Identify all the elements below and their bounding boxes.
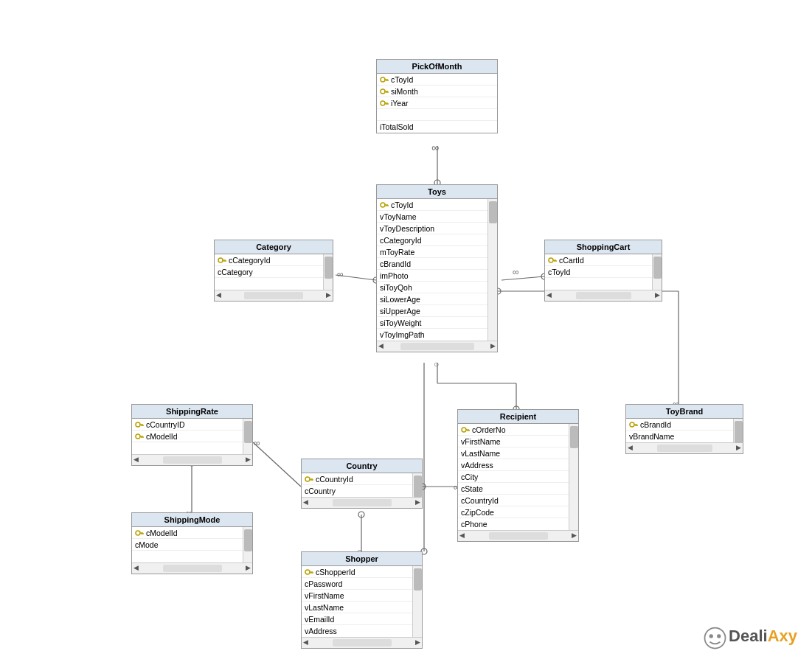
svg-point-83: [705, 628, 726, 649]
scroll-right-btn[interactable]: ▶: [415, 638, 420, 647]
scroll-right-btn[interactable]: ▶: [246, 456, 251, 464]
scroll-bar[interactable]: [569, 424, 578, 530]
scroll-left-btn[interactable]: ◀: [216, 291, 221, 300]
scroll-bar[interactable]: [487, 199, 497, 341]
scroll-bar-thumb[interactable]: [244, 529, 252, 551]
svg-text:∞: ∞: [431, 142, 439, 153]
scroll-bar-thumb[interactable]: [325, 257, 333, 279]
scroll-left-btn[interactable]: ◀: [133, 456, 139, 464]
scroll-arrows: ◀ ▶: [302, 637, 422, 648]
field-name: siUpperAge: [380, 307, 420, 316]
table-shippingmode: ShippingMode cModelId cMode: [131, 512, 253, 574]
table-header-country: Country: [302, 459, 422, 473]
table-row: vLastName: [458, 447, 569, 459]
table-row: vFirstName: [458, 436, 569, 447]
scroll-bar[interactable]: [243, 419, 252, 454]
scroll-right-btn[interactable]: ▶: [246, 564, 251, 573]
table-row: cCategoryId: [377, 234, 487, 246]
scroll-arrows: ◀ ▶: [215, 290, 333, 301]
svg-point-63: [462, 428, 466, 432]
table-row: iYear: [377, 97, 497, 109]
scroll-right-btn[interactable]: ▶: [736, 444, 741, 453]
scroll-left-btn[interactable]: ◀: [378, 342, 384, 351]
table-pickofmonth: PickOfMonth cToyId siMonth: [376, 59, 498, 133]
key-icon: [548, 256, 557, 265]
scroll-bar[interactable]: [652, 254, 662, 290]
key-icon: [380, 99, 389, 108]
key-icon: [305, 475, 313, 484]
table-row: siToyQoh: [377, 282, 487, 293]
key-icon: [380, 87, 389, 96]
scroll-right-btn[interactable]: ▶: [415, 498, 420, 507]
table-row: cCategoryId: [215, 254, 323, 266]
table-header-shopper: Shopper: [302, 552, 422, 566]
key-icon: [380, 75, 389, 84]
scroll-arrows: ◀ ▶: [626, 442, 743, 453]
field-name: cCity: [461, 473, 478, 481]
scroll-left-btn[interactable]: ◀: [459, 532, 465, 540]
field-name: vToyName: [380, 212, 417, 221]
table-row: [215, 278, 323, 290]
table-row: cCity: [458, 471, 569, 483]
table-row: cToyId: [377, 199, 487, 211]
table-row: [545, 278, 652, 290]
table-row: cPassword: [302, 578, 412, 590]
table-shippingrate: ShippingRate cCountryID cModelId: [131, 404, 253, 466]
scroll-bar-thumb[interactable]: [414, 568, 422, 590]
table-row: cCountryID: [132, 419, 243, 431]
key-icon: [380, 201, 389, 209]
svg-text:∞: ∞: [337, 269, 344, 279]
scroll-arrows: ◀ ▶: [545, 290, 662, 301]
field-name: cToyId: [548, 268, 570, 276]
scroll-right-btn[interactable]: ▶: [490, 342, 496, 351]
table-row: vBrandName: [626, 431, 733, 442]
scroll-bar-thumb[interactable]: [570, 426, 578, 448]
svg-point-71: [305, 477, 310, 481]
scroll-bar-thumb[interactable]: [653, 257, 662, 279]
scroll-right-btn[interactable]: ▶: [326, 291, 331, 300]
svg-point-85: [717, 634, 721, 638]
key-icon: [135, 420, 144, 429]
scroll-bar-thumb[interactable]: [414, 475, 422, 498]
scroll-right-btn[interactable]: ▶: [655, 291, 660, 300]
field-name: cCountryId: [316, 475, 353, 484]
svg-text:∞: ∞: [513, 267, 519, 277]
field-name: cCategory: [218, 268, 253, 276]
table-row: vFirstName: [302, 590, 412, 602]
table-row: [377, 109, 497, 121]
scroll-bar[interactable]: [243, 527, 252, 562]
scroll-bar-thumb[interactable]: [489, 201, 497, 223]
field-name: cModelId: [146, 529, 178, 537]
scroll-left-btn[interactable]: ◀: [303, 638, 308, 647]
scroll-bar[interactable]: [412, 566, 422, 637]
field-name: cCartId: [559, 256, 584, 265]
field-name: [380, 111, 382, 119]
scroll-left-btn[interactable]: ◀: [628, 444, 633, 453]
scroll-bar-thumb[interactable]: [244, 421, 252, 443]
scroll-left-btn[interactable]: ◀: [133, 564, 139, 573]
field-name: vAddress: [305, 627, 337, 635]
table-row: cZipCode: [458, 506, 569, 518]
scroll-right-btn[interactable]: ▶: [572, 532, 577, 540]
field-name: cToyId: [391, 75, 413, 84]
watermark-icon: [702, 625, 724, 647]
scroll-bar[interactable]: [733, 419, 743, 442]
scroll-bar-thumb[interactable]: [735, 421, 743, 443]
field-name: mToyRate: [380, 248, 414, 257]
field-name: vToyImgPath: [380, 330, 425, 339]
scroll-left-btn[interactable]: ◀: [303, 498, 308, 507]
field-name: [135, 552, 137, 561]
field-name: cCategoryId: [229, 256, 271, 265]
table-row: imPhoto: [377, 270, 487, 282]
svg-point-43: [381, 203, 385, 207]
scroll-bar[interactable]: [323, 254, 333, 290]
scroll-left-btn[interactable]: ◀: [546, 291, 552, 300]
table-row: [132, 442, 243, 454]
table-row: cToyId: [545, 266, 652, 278]
scroll-bar[interactable]: [412, 473, 422, 497]
table-row: cToyId: [377, 74, 497, 86]
table-header-pickofmonth: PickOfMonth: [377, 60, 497, 74]
table-row: siMonth: [377, 86, 497, 97]
field-name: siToyQoh: [380, 283, 412, 292]
svg-text:∞: ∞: [254, 438, 260, 448]
